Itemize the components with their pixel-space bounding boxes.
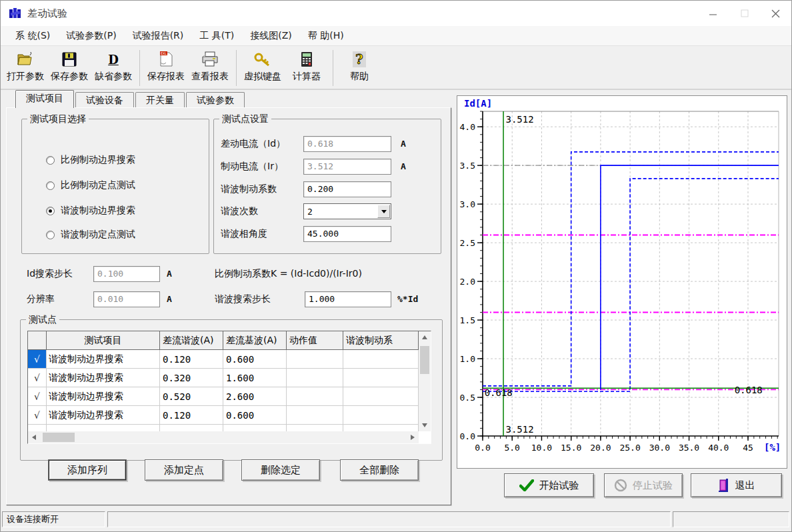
menu-item-tools[interactable]: 工 具(T) [191, 27, 242, 45]
toolbar-button-help[interactable]: ? 帮助 [337, 48, 381, 88]
check-icon: √ [34, 373, 40, 383]
field-unit: A [167, 294, 172, 304]
diff-current-field[interactable]: 0.618 [303, 136, 391, 152]
tab-test-items[interactable]: 测试项目 [15, 90, 74, 108]
svg-text:25.0: 25.0 [619, 443, 640, 453]
column-header-coeff: 谐波制动系 [343, 331, 419, 350]
vertical-scrollbar[interactable] [419, 331, 431, 431]
scroll-down-arrow[interactable] [419, 419, 431, 431]
svg-text:3.512: 3.512 [505, 424, 533, 435]
svg-text:10.0: 10.0 [531, 443, 552, 453]
help-icon: ? [353, 50, 366, 69]
column-header-check [28, 331, 47, 350]
radio-ratio-boundary-search[interactable]: 比例制动边界搜索 [46, 154, 135, 166]
toolbar: 打开参数 保存参数 D 缺省参数 EXL 保存报表 查看报表 [1, 46, 791, 90]
field-label: 谐波搜索步长 [215, 293, 271, 305]
test-point-table: 测试项目 差流谐波(A) 差流基波(A) 动作值 谐波制动系 √ 谐波制动边界搜… [27, 331, 431, 444]
toolbar-button-default-params[interactable]: D 缺省参数 [91, 48, 135, 88]
scroll-left-arrow[interactable] [28, 431, 40, 443]
radio-harmonic-boundary-search[interactable]: 谐波制动边界搜索 [46, 205, 135, 217]
add-fixed-point-button[interactable]: 添加定点 [145, 459, 223, 481]
toolbar-button-view-report[interactable]: 查看报表 [188, 48, 232, 88]
toolbar-label: 缺省参数 [95, 69, 132, 83]
svg-text:0.0: 0.0 [475, 443, 490, 453]
svg-text:3.512: 3.512 [505, 114, 533, 125]
svg-text:?: ? [355, 51, 363, 67]
svg-text:40.0: 40.0 [708, 443, 729, 453]
harmonic-order-select[interactable]: 2 [303, 203, 391, 219]
toolbar-button-virtual-keyboard[interactable]: 虚拟键盘 [241, 48, 285, 88]
toolbar-label: 虚拟键盘 [244, 69, 281, 83]
svg-text:2.0: 2.0 [460, 277, 475, 287]
toolbar-button-save-report[interactable]: EXL 保存报表 [144, 48, 188, 88]
combo-dropdown-button[interactable] [377, 205, 390, 218]
menu-item-system[interactable]: 系 统(S) [7, 27, 58, 45]
group-test-item-select: 测试项目选择 比例制动边界搜索 比例制动定点测试 谐波制动边界搜索 谐波制动定点… [21, 119, 209, 254]
add-sequence-button[interactable]: 添加序列 [48, 459, 127, 481]
group-title: 测试点设置 [219, 113, 271, 125]
id-search-step-field[interactable]: 0.100 [93, 266, 160, 282]
stop-test-button[interactable]: 停止试验 [604, 473, 683, 497]
group-test-point-settings: 测试点设置 差动电流（Id） 0.618 A 制动电流（Ir） 3.512 A … [213, 119, 441, 254]
scroll-up-arrow[interactable] [419, 331, 431, 343]
calculator-icon [301, 50, 313, 69]
delete-all-button[interactable]: 全部删除 [340, 459, 419, 481]
resolution-field[interactable]: 0.010 [93, 291, 160, 307]
harmonic-phase-angle-field[interactable]: 45.000 [303, 226, 391, 242]
horizontal-scroll-thumb[interactable] [43, 433, 75, 442]
field-label: 谐波次数 [221, 205, 258, 217]
chevron-down-icon [381, 210, 387, 213]
key-icon [254, 50, 271, 69]
toolbar-label: 计算器 [293, 69, 321, 83]
table-row[interactable]: √ 谐波制动边界搜索 0.320 1.600 [28, 369, 419, 387]
toolbar-button-calculator[interactable]: 计算器 [285, 48, 329, 88]
svg-text:45: 45 [743, 443, 753, 453]
field-label: 谐波相角度 [221, 228, 267, 240]
toolbar-button-open-params[interactable]: 打开参数 [3, 48, 47, 88]
field-unit: A [401, 139, 406, 149]
svg-text:0.618: 0.618 [735, 385, 763, 395]
field-label: 分辨率 [27, 293, 55, 305]
field-unit: A [401, 161, 406, 171]
tab-test-device[interactable]: 试验设备 [75, 92, 134, 107]
harmonic-restraint-coeff-field[interactable]: 0.200 [303, 181, 391, 197]
minimize-icon [709, 9, 717, 17]
table-row[interactable]: √ 谐波制动边界搜索 0.120 0.600 [28, 350, 419, 369]
svg-text:Id[A]: Id[A] [464, 98, 492, 109]
radio-ratio-fixed-point-test[interactable]: 比例制动定点测试 [46, 179, 135, 191]
toolbar-button-save-params[interactable]: 保存参数 [47, 48, 91, 88]
minimize-button[interactable] [697, 1, 729, 26]
app-icon [9, 7, 22, 20]
restraint-current-field[interactable]: 3.512 [303, 159, 391, 175]
field-label: 差动电流（Id） [221, 138, 285, 150]
group-test-points: 测试点 测试项目 差流谐波(A) 差流基波(A) 动作值 谐波制动系 √ [20, 319, 443, 461]
tab-test-params[interactable]: 试验参数 [186, 92, 245, 107]
main-area: 测试项目 试验设备 开关量 试验参数 测试项目选择 比例制动边界搜索 比例制动定… [1, 90, 791, 510]
vertical-scroll-thumb[interactable] [420, 346, 429, 374]
horizontal-scrollbar[interactable] [28, 431, 419, 443]
tab-switch-quantity[interactable]: 开关量 [135, 92, 185, 107]
radio-icon [46, 207, 55, 215]
table-header-row: 测试项目 差流谐波(A) 差流基波(A) 动作值 谐波制动系 [28, 331, 419, 350]
menu-item-test-params[interactable]: 试验参数(P) [58, 27, 124, 45]
maximize-button[interactable] [729, 1, 760, 26]
exit-button[interactable]: 退出 [691, 473, 782, 497]
menu-item-wiring-diagram[interactable]: 接线图(Z) [242, 27, 300, 45]
delete-selected-button[interactable]: 删除选定 [241, 459, 320, 481]
toolbar-label: 查看报表 [191, 69, 229, 83]
radio-harmonic-fixed-point-test[interactable]: 谐波制动定点测试 [46, 229, 135, 241]
start-test-button[interactable]: 开始试验 [504, 473, 594, 497]
printer-icon [201, 50, 219, 69]
harmonic-search-step-field[interactable]: 1.000 [305, 291, 391, 307]
close-icon [771, 9, 780, 18]
status-connection: 设备连接断开 [2, 511, 105, 527]
close-button[interactable] [760, 1, 791, 26]
menu-item-test-report[interactable]: 试验报告(R) [125, 27, 192, 45]
table-row[interactable]: √ 谐波制动边界搜索 0.120 0.600 [28, 406, 419, 425]
scroll-right-arrow[interactable] [407, 431, 419, 443]
maximize-icon [741, 9, 749, 17]
table-grid: 测试项目 差流谐波(A) 差流基波(A) 动作值 谐波制动系 √ 谐波制动边界搜… [28, 331, 419, 431]
radio-icon [46, 181, 55, 190]
table-row[interactable]: √ 谐波制动边界搜索 0.520 2.600 [28, 387, 419, 406]
menu-item-help[interactable]: 帮 助(H) [300, 27, 352, 45]
